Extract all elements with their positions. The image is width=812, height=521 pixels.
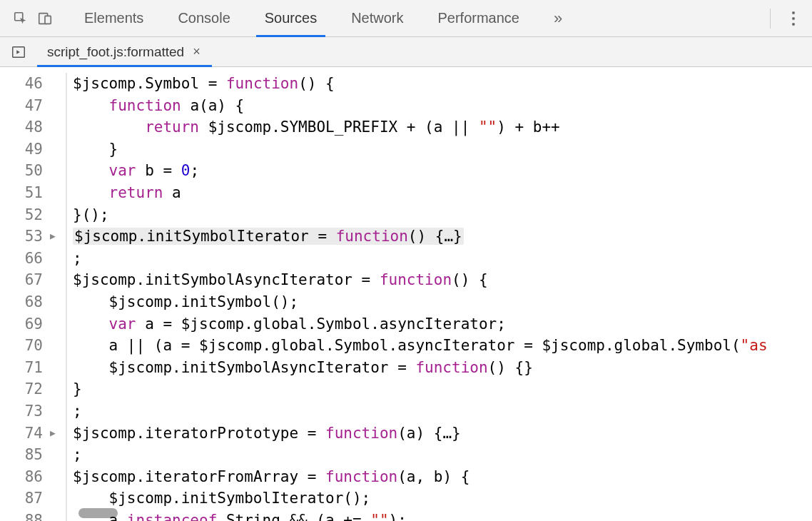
line-number[interactable]: 51 <box>0 182 43 204</box>
fold-toggle-icon[interactable]: ▶ <box>50 423 56 445</box>
tab-elements[interactable]: Elements <box>77 0 151 36</box>
devtools-toolbar: Elements Console Sources Network Perform… <box>0 0 812 37</box>
file-tab-script-foot[interactable]: script_foot.js:formatted × <box>37 37 212 66</box>
line-number[interactable]: 67 <box>0 269 43 291</box>
more-menu-icon[interactable] <box>785 7 802 30</box>
code-line[interactable]: ; <box>73 248 768 270</box>
code-line[interactable]: }(); <box>73 204 768 226</box>
close-icon[interactable]: × <box>191 44 202 59</box>
code-line[interactable]: $jscomp.initSymbol(); <box>73 291 768 313</box>
tab-performance[interactable]: Performance <box>431 0 527 36</box>
device-toggle-icon[interactable] <box>34 8 56 29</box>
code-line[interactable]: return $jscomp.SYMBOL_PREFIX + (a || "")… <box>73 116 768 138</box>
source-editor[interactable]: 4647484950515253666768697071727374858687… <box>0 67 812 521</box>
code-line[interactable]: $jscomp.Symbol = function() { <box>73 73 768 95</box>
svg-rect-2 <box>45 16 51 24</box>
toolbar-left-icons <box>3 8 63 29</box>
line-number[interactable]: 74 <box>0 423 43 445</box>
code-line[interactable]: var a = $jscomp.global.Symbol.asyncItera… <box>73 313 768 335</box>
code-line[interactable]: $jscomp.initSymbolAsyncIterator = functi… <box>73 269 768 291</box>
inspect-element-icon[interactable] <box>10 8 31 29</box>
code-line[interactable]: a instanceof String && (a += ""); <box>73 510 768 521</box>
line-number[interactable]: 50 <box>0 160 43 182</box>
line-number[interactable]: 49 <box>0 138 43 161</box>
line-number[interactable]: 69 <box>0 313 43 335</box>
code-line[interactable]: $jscomp.iteratorFromArray = function(a, … <box>73 466 768 488</box>
line-number-gutter: 4647484950515253666768697071727374858687… <box>0 67 50 521</box>
code-line[interactable]: } <box>73 138 768 161</box>
fold-gutter: ▶▶ <box>50 67 66 521</box>
code-line[interactable]: $jscomp.initSymbolAsyncIterator = functi… <box>73 357 768 379</box>
line-number[interactable]: 48 <box>0 116 43 138</box>
toolbar-right <box>763 7 809 30</box>
tab-network[interactable]: Network <box>344 0 410 36</box>
code-line[interactable]: function a(a) { <box>73 95 768 117</box>
line-number[interactable]: 66 <box>0 248 43 270</box>
code-line[interactable]: $jscomp.initSymbolIterator = function() … <box>73 226 768 248</box>
horizontal-scrollbar-thumb[interactable] <box>78 508 118 518</box>
code-line[interactable]: $jscomp.iteratorPrototype = function(a) … <box>73 423 768 445</box>
code-line[interactable]: ; <box>73 400 768 423</box>
line-number[interactable]: 73 <box>0 400 43 423</box>
tab-sources[interactable]: Sources <box>258 0 324 36</box>
line-number[interactable]: 46 <box>0 73 43 95</box>
code-line[interactable]: return a <box>73 182 768 204</box>
line-number[interactable]: 72 <box>0 378 43 400</box>
tabs-overflow-icon[interactable]: » <box>547 0 562 36</box>
line-number[interactable]: 52 <box>0 204 43 226</box>
file-tab-label: script_foot.js:formatted <box>47 44 184 60</box>
tab-console[interactable]: Console <box>171 0 237 36</box>
navigator-toggle-icon[interactable] <box>0 37 37 66</box>
line-number[interactable]: 88 <box>0 510 43 521</box>
file-tab-bar: script_foot.js:formatted × <box>0 37 812 67</box>
main-panel-tabs: Elements Console Sources Network Perform… <box>77 0 763 36</box>
line-number[interactable]: 85 <box>0 444 43 466</box>
fold-toggle-icon[interactable]: ▶ <box>50 226 56 248</box>
code-line[interactable]: ; <box>73 444 768 466</box>
line-number[interactable]: 68 <box>0 291 43 313</box>
line-number[interactable]: 47 <box>0 95 43 117</box>
code-line[interactable]: } <box>73 378 768 400</box>
code-line[interactable]: $jscomp.initSymbolIterator(); <box>73 487 768 510</box>
code-line[interactable]: a || (a = $jscomp.global.Symbol.asyncIte… <box>73 335 768 357</box>
code-line[interactable]: var b = 0; <box>73 160 768 182</box>
line-number[interactable]: 53 <box>0 226 43 248</box>
line-number[interactable]: 86 <box>0 466 43 488</box>
line-number[interactable]: 71 <box>0 357 43 379</box>
toolbar-divider <box>770 9 771 29</box>
line-number[interactable]: 87 <box>0 487 43 510</box>
code-area[interactable]: $jscomp.Symbol = function() { function a… <box>67 67 768 521</box>
line-number[interactable]: 70 <box>0 335 43 357</box>
